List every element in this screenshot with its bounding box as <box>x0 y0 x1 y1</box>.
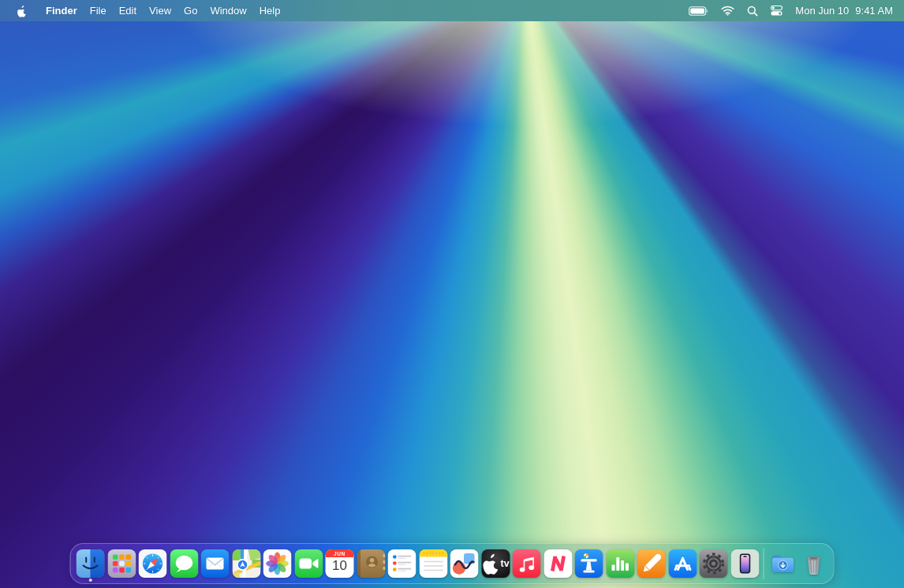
finder-icon <box>77 549 105 578</box>
apple-menu[interactable] <box>11 5 32 17</box>
iphone-mirroring-icon <box>730 549 759 578</box>
clock-date: Mon Jun 10 <box>795 5 849 17</box>
dock-icon-facetime[interactable] <box>294 549 323 578</box>
mail-icon <box>201 549 230 578</box>
keynote-icon <box>575 549 603 578</box>
dock-icon-maps[interactable] <box>232 549 260 578</box>
calendar-month: JUN <box>326 549 354 557</box>
dock-icon-pages[interactable] <box>637 549 666 578</box>
music-icon <box>513 549 541 578</box>
menu-bar-clock[interactable]: Mon Jun 10 9:41 AM <box>795 5 893 17</box>
dock: JUN 10 <box>70 543 835 584</box>
spotlight-icon[interactable] <box>744 6 761 17</box>
menu-help[interactable]: Help <box>253 5 287 17</box>
dock-icon-appstore[interactable] <box>668 549 697 578</box>
dock-icon-downloads[interactable] <box>768 549 797 578</box>
numbers-icon <box>606 549 634 578</box>
contacts-icon <box>357 549 385 578</box>
downloads-folder-icon <box>768 549 797 578</box>
launchpad-icon <box>107 549 136 578</box>
dock-divider <box>764 548 764 579</box>
tv-label: tv <box>500 558 510 569</box>
desktop: Finder File Edit View Go Window Help <box>0 0 904 588</box>
dock-icon-trash[interactable] <box>800 549 828 578</box>
wifi-icon[interactable] <box>718 6 738 16</box>
maps-icon <box>232 549 260 578</box>
menu-finder[interactable]: Finder <box>39 5 84 17</box>
menu-view[interactable]: View <box>143 5 177 17</box>
dock-icon-tv[interactable]: tv <box>481 549 510 578</box>
reminders-icon <box>388 549 417 578</box>
control-center-icon[interactable] <box>768 6 786 16</box>
clock-time: 9:41 AM <box>855 5 893 17</box>
dock-icon-contacts[interactable] <box>357 549 385 578</box>
dock-icon-finder[interactable] <box>77 549 105 578</box>
dock-icon-freeform[interactable] <box>450 549 479 578</box>
photos-icon <box>263 549 292 578</box>
messages-icon <box>170 549 198 578</box>
finder-running-indicator <box>89 579 92 582</box>
news-icon <box>544 549 572 578</box>
menu-bar-status: Mon Jun 10 9:41 AM <box>685 5 893 17</box>
menu-file[interactable]: File <box>84 5 113 17</box>
wallpaper[interactable] <box>0 0 904 588</box>
dock-icon-mail[interactable] <box>201 549 230 578</box>
dock-icon-launchpad[interactable] <box>107 549 136 578</box>
dock-icon-iphone-mirroring[interactable] <box>730 549 759 578</box>
notes-icon <box>419 549 447 578</box>
dock-icon-keynote[interactable] <box>575 549 603 578</box>
menu-go[interactable]: Go <box>177 5 204 17</box>
dock-icon-numbers[interactable] <box>606 549 634 578</box>
dock-icon-news[interactable] <box>544 549 572 578</box>
battery-icon[interactable] <box>685 6 712 16</box>
dock-icon-reminders[interactable] <box>388 549 417 578</box>
dock-icon-system-settings[interactable] <box>700 549 728 578</box>
dock-icon-messages[interactable] <box>170 549 198 578</box>
system-settings-icon <box>700 549 728 578</box>
menu-window[interactable]: Window <box>204 5 252 17</box>
pages-icon <box>637 549 666 578</box>
menu-bar-left: Finder File Edit View Go Window Help <box>11 5 286 17</box>
dock-icon-calendar[interactable]: JUN 10 <box>326 549 354 578</box>
menu-edit[interactable]: Edit <box>113 5 143 17</box>
trash-icon <box>800 549 828 578</box>
app-store-icon <box>668 549 697 578</box>
apple-logo-icon <box>17 5 27 17</box>
dock-icon-notes[interactable] <box>419 549 447 578</box>
calendar-day: 10 <box>332 559 347 572</box>
tv-apple-glyph-icon <box>481 549 499 578</box>
safari-icon <box>139 549 167 578</box>
menu-bar: Finder File Edit View Go Window Help <box>0 0 904 21</box>
dock-icon-music[interactable] <box>513 549 541 578</box>
facetime-icon <box>294 549 323 578</box>
dock-icon-safari[interactable] <box>139 549 167 578</box>
freeform-icon <box>450 549 479 578</box>
dock-icon-photos[interactable] <box>263 549 292 578</box>
